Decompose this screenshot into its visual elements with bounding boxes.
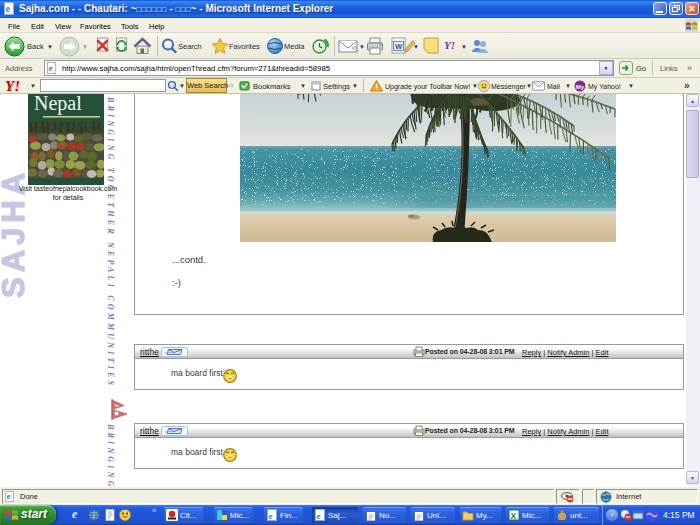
svg-text:e: e bbox=[6, 3, 11, 14]
svg-text:W: W bbox=[395, 42, 403, 51]
svg-text:e: e bbox=[48, 63, 52, 73]
svg-text:Nepal: Nepal bbox=[34, 94, 82, 115]
svg-text:My: My bbox=[576, 84, 585, 90]
svg-text:e: e bbox=[317, 511, 321, 521]
svg-text:e: e bbox=[7, 491, 11, 501]
svg-text:e: e bbox=[269, 511, 273, 521]
svg-text:X: X bbox=[511, 511, 517, 521]
